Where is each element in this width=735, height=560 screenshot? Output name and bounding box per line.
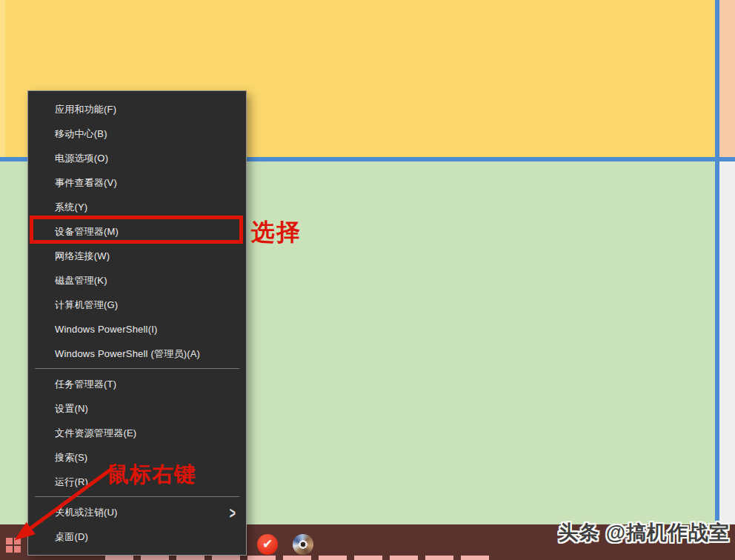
menu-item[interactable]: 文件资源管理器(E) xyxy=(28,421,246,445)
menu-item-label: 系统(Y) xyxy=(55,201,236,214)
watermark: 头条 @搞机作战室 xyxy=(558,519,730,546)
desktop-region-gray xyxy=(719,161,735,524)
grid-line-vertical xyxy=(715,0,719,524)
menu-separator xyxy=(35,368,239,369)
menu-item-label: 任务管理器(T) xyxy=(55,378,236,391)
menu-item-label: 计算机管理(G) xyxy=(55,299,236,312)
menu-item[interactable]: 磁盘管理(K) xyxy=(28,268,246,293)
taskbar-disc-icon[interactable] xyxy=(293,534,313,555)
menu-item[interactable]: 电源选项(O) xyxy=(28,146,246,170)
right-click-annotation: 鼠标右键 xyxy=(107,460,196,490)
desktop-region-peach xyxy=(719,0,735,157)
menu-item-label: Windows PowerShell (管理员)(A) xyxy=(55,347,236,361)
select-annotation: 选择 xyxy=(251,216,302,249)
menu-item[interactable]: 设置(N) xyxy=(28,396,246,421)
menu-item-label: Windows PowerShell(I) xyxy=(55,324,236,335)
highlight-box xyxy=(30,216,243,244)
menu-item-label: 网络连接(W) xyxy=(55,250,236,263)
menu-item[interactable]: 计算机管理(G) xyxy=(28,293,246,317)
start-button[interactable] xyxy=(6,538,22,554)
windows-logo-icon xyxy=(6,546,13,553)
taskbar-background-windows xyxy=(105,556,490,560)
menu-item[interactable]: 任务管理器(T) xyxy=(28,372,246,396)
menu-item[interactable]: Windows PowerShell (管理员)(A) xyxy=(28,341,246,366)
windows-logo-icon xyxy=(6,538,13,544)
menu-item[interactable]: 事件查看器(V) xyxy=(28,170,246,195)
menu-item[interactable]: 桌面(D) xyxy=(28,524,246,549)
menu-item-label: 电源选项(O) xyxy=(55,152,236,165)
menu-item[interactable]: 网络连接(W) xyxy=(28,244,246,268)
menu-item-label: 事件查看器(V) xyxy=(55,176,236,190)
menu-item-label: 移动中心(B) xyxy=(55,127,236,141)
menu-item-label: 桌面(D) xyxy=(55,530,236,544)
taskbar-checkmark-icon[interactable]: ✔ xyxy=(257,534,278,555)
menu-item-label: 关机或注销(U) xyxy=(55,506,230,519)
menu-item[interactable]: 应用和功能(F) xyxy=(28,97,246,121)
chevron-right-icon: > xyxy=(230,503,236,521)
windows-logo-icon xyxy=(14,546,21,553)
desktop-region-yellow-edge xyxy=(0,0,5,157)
menu-item-label: 文件资源管理器(E) xyxy=(55,427,236,440)
menu-item-label: 设置(N) xyxy=(55,402,236,416)
menu-item-label: 应用和功能(F) xyxy=(55,103,236,116)
check-glyph: ✔ xyxy=(262,538,273,550)
menu-item[interactable]: 关机或注销(U)> xyxy=(28,500,246,524)
menu-item[interactable]: Windows PowerShell(I) xyxy=(28,317,246,341)
menu-item[interactable]: 移动中心(B) xyxy=(28,121,246,146)
windows-logo-icon xyxy=(14,538,21,544)
menu-item-label: 磁盘管理(K) xyxy=(55,274,236,287)
menu-separator xyxy=(35,496,239,497)
